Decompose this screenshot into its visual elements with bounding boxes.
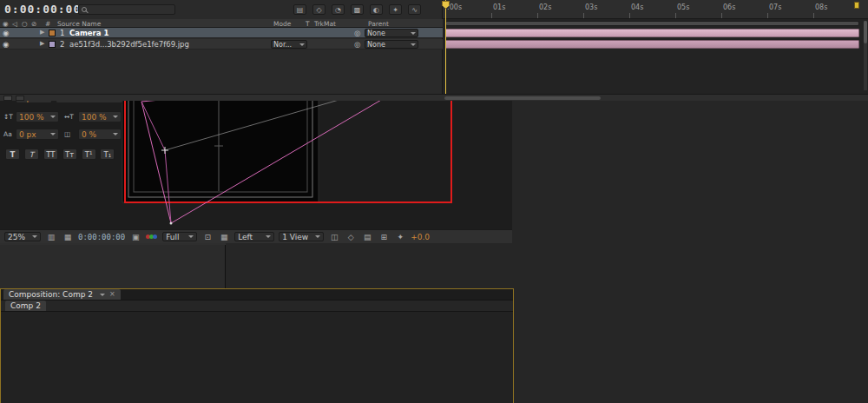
frustum-handle[interactable] [170, 222, 173, 225]
exposure-value[interactable]: +0.0 [411, 233, 430, 241]
graph-editor-icon[interactable]: ∿ [408, 4, 421, 15]
brainstorm-icon[interactable]: ✦ [389, 4, 402, 15]
vertical-scale-select[interactable]: 100 % [16, 111, 59, 122]
timeline-vertical-scrollbar[interactable] [864, 21, 867, 90]
layer-index: 1 [60, 29, 64, 37]
ruler-label: 07s [769, 3, 781, 11]
layer-row-camera[interactable]: ◉ ▶ 1 Camera 1 ◎ None [0, 28, 443, 38]
timeline-track-area[interactable]: :00s 01s 02s 03s 04s 05s 06s 07s 08s [443, 0, 868, 101]
twirl-icon[interactable]: ▶ [40, 29, 44, 36]
after-effects-window: Ae Adobe After Effects - Untitled Projec… [0, 0, 868, 403]
timeline-search-box[interactable] [78, 4, 175, 15]
mini-timeline-icon[interactable]: ▤ [361, 233, 373, 241]
timeline-search-input[interactable] [95, 5, 172, 14]
comp-flowchart-icon[interactable]: ⊞ [378, 233, 390, 241]
tab-composition-comp2[interactable]: Composition: Comp 2× [3, 289, 121, 300]
time-ruler[interactable]: :00s 01s 02s 03s 04s 05s 06s 07s 08s [443, 0, 868, 19]
eye-icon[interactable]: ◉ [3, 40, 9, 49]
comp-mini-flowchart-icon[interactable]: ▤ [293, 4, 306, 15]
snapshot-icon[interactable]: ▣ [129, 233, 141, 241]
tsume-icon: ◫ [64, 130, 70, 138]
layer-row-footage[interactable]: ◉ ▶ 2 ae51f3d...3b292df5e1fe7f69.jpg Nor… [0, 39, 443, 50]
solo-icon: ○ [22, 20, 28, 28]
panel-menu-icon[interactable] [100, 294, 105, 296]
motion-blur-icon[interactable]: ◐ [370, 4, 383, 15]
column-index[interactable]: # [45, 20, 50, 28]
pickwhip-icon[interactable]: ◎ [354, 29, 360, 37]
timeline-horizontal-scrollbar[interactable] [444, 96, 601, 100]
superscript-button[interactable]: T¹ [82, 149, 96, 160]
ruler-label: 01s [493, 3, 505, 11]
column-t[interactable]: T [306, 20, 310, 28]
ruler-label: 05s [677, 3, 689, 11]
composition-panel-tabs: Composition: Comp 2× [1, 289, 513, 301]
layer-duration-bar-camera[interactable] [445, 29, 859, 37]
work-area-bar[interactable] [445, 21, 859, 26]
timeline-bottom-bar [0, 94, 868, 101]
pickwhip-icon[interactable]: ◎ [354, 40, 360, 49]
ruler-label: 06s [723, 3, 735, 11]
baseline-shift-icon: Aa [3, 130, 12, 138]
label-chip[interactable] [49, 41, 56, 48]
ruler-label: 03s [585, 3, 597, 11]
column-parent[interactable]: Parent [368, 20, 389, 28]
fast-previews-icon[interactable]: ◇ [345, 233, 357, 241]
comp-subtabs: Comp 2 [1, 301, 513, 312]
layer-duration-bar-footage[interactable] [445, 40, 859, 49]
faux-bold-button[interactable]: T [5, 149, 20, 160]
parent-select[interactable]: None [365, 29, 418, 37]
comp-tab-comp2[interactable]: Comp 2 [5, 301, 46, 311]
faux-italic-button[interactable]: T [24, 149, 39, 160]
column-mode[interactable]: Mode [273, 20, 291, 28]
horizontal-scale-select[interactable]: 100 % [78, 111, 122, 122]
hide-shy-layers-icon[interactable]: ◔ [332, 4, 345, 15]
close-icon[interactable]: × [109, 291, 115, 298]
column-trkmat[interactable]: TrkMat [314, 20, 336, 28]
all-caps-button[interactable]: TT [43, 149, 58, 160]
blend-mode-select[interactable]: Nor... [271, 40, 307, 49]
pixel-aspect-correction-icon[interactable]: ◫ [328, 233, 340, 241]
show-channel-icon[interactable] [146, 233, 158, 241]
layer-name[interactable]: ae51f3d...3b292df5e1fe7f69.jpg [69, 40, 217, 49]
playhead-line[interactable] [445, 0, 446, 94]
layer-name[interactable]: Camera 1 [69, 29, 108, 37]
lock-icon: ⊘ [31, 20, 36, 28]
audio-icon: ◁ [12, 20, 17, 28]
subscript-button[interactable]: T₁ [100, 149, 115, 160]
eye-icon[interactable]: ◉ [3, 29, 9, 37]
layer-index: 2 [60, 40, 64, 49]
ruler-label: 04s [631, 3, 643, 11]
composition-panel: Composition: Comp 2× Comp 2 [0, 288, 514, 403]
3d-view-select[interactable]: Left [234, 232, 274, 241]
twirl-icon[interactable]: ▶ [40, 40, 44, 47]
current-time-display[interactable]: 0:00:00:00 [4, 3, 81, 16]
tsume-select[interactable]: 0 % [78, 129, 122, 140]
label-chip[interactable] [49, 30, 56, 36]
vertical-scale-icon: ↕T [3, 113, 13, 121]
baseline-shift-select[interactable]: 0 px [16, 129, 59, 140]
frame-blending-icon[interactable]: ▩ [351, 4, 364, 15]
ruler-label: 08s [815, 3, 827, 11]
toggle-switches-button[interactable] [3, 96, 12, 101]
comp-end-marker [854, 2, 859, 9]
horizontal-scale-icon: ↔T [64, 113, 74, 121]
timeline-options-button[interactable] [16, 96, 24, 101]
resolution-select[interactable]: Full [162, 232, 197, 241]
eye-icon: ◉ [3, 20, 9, 28]
ruler-label: 02s [539, 3, 551, 11]
transparency-grid-icon[interactable]: ▦ [218, 233, 230, 241]
reset-exposure-icon[interactable]: ✦ [394, 233, 406, 241]
search-icon [82, 7, 87, 12]
layer-columns-header: ◉ ◁ ○ ⊘ # Source Name Mode T TrkMat Pare… [0, 19, 443, 28]
region-of-interest-icon[interactable]: ⊡ [201, 233, 214, 241]
column-source-name[interactable]: Source Name [57, 20, 101, 28]
timeline-left-pane: 0:00:00:00 ▤ ◇ ◔ ▩ ◐ ✦ ∿ ◉ ◁ ○ ⊘ # Sourc… [0, 0, 443, 101]
parent-select[interactable]: None [365, 40, 418, 49]
draft-3d-icon[interactable]: ◇ [312, 4, 326, 15]
view-layout-select[interactable]: 1 View [279, 232, 324, 241]
small-caps-button[interactable]: Tт [62, 149, 77, 160]
